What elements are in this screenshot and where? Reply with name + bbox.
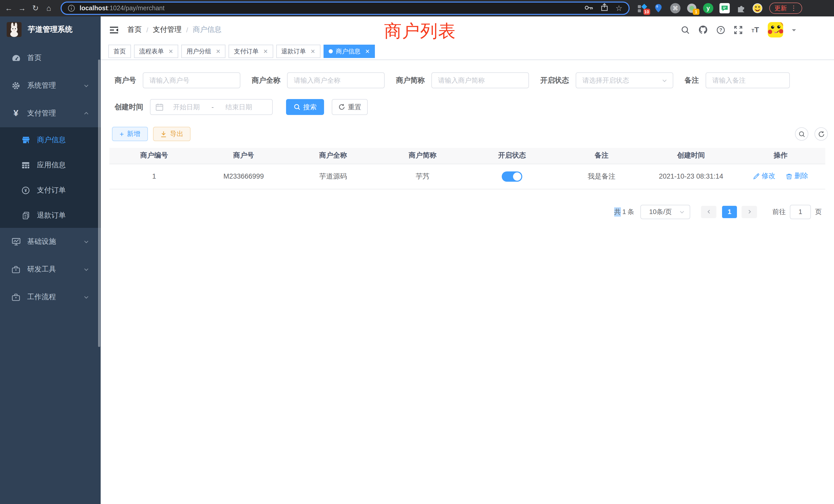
url-bar[interactable]: localhost :1024/pay/merchant ☆	[61, 2, 630, 15]
site-info-icon[interactable]	[68, 5, 75, 12]
tab-home[interactable]: 首页	[108, 45, 131, 58]
tab-pay-order[interactable]: 支付订单 ✕	[229, 45, 273, 58]
sidebar-item-label: 应用信息	[37, 160, 66, 169]
goto-page-input[interactable]	[790, 205, 811, 219]
table-row: 1 M233666999 芋道源码 芋艿 我是备注 2021-10-23 08:…	[109, 164, 825, 189]
password-key-icon[interactable]	[584, 4, 593, 13]
search-button[interactable]: 搜索	[286, 99, 324, 115]
end-date-placeholder[interactable]: 结束日期	[217, 102, 261, 112]
close-icon[interactable]: ✕	[216, 48, 220, 55]
sidebar-item-refund-order[interactable]: 退款订单	[0, 203, 101, 228]
bookmark-star-icon[interactable]: ☆	[615, 5, 622, 11]
cell-actions: 修改 删除	[736, 164, 826, 189]
tab-merchant-info[interactable]: 商户信息 ✕	[324, 45, 375, 58]
tab-user-group[interactable]: 用户分组 ✕	[181, 45, 225, 58]
extension-puzzle-icon[interactable]	[736, 3, 746, 13]
close-icon[interactable]: ✕	[263, 48, 268, 55]
sidebar-item-infra[interactable]: 基础设施	[0, 228, 101, 256]
merchant-table: 商户编号 商户号 商户全称 商户简称 开启状态 备注 创建时间 操作 1 M23…	[109, 148, 825, 189]
browser-update-button[interactable]: 更新 ⋮	[769, 3, 802, 14]
sidebar-scrollbar[interactable]	[98, 60, 100, 347]
breadcrumb-home[interactable]: 首页	[127, 25, 142, 35]
start-date-placeholder[interactable]: 开始日期	[164, 102, 208, 112]
fullscreen-icon[interactable]	[734, 25, 743, 34]
close-icon[interactable]: ✕	[310, 48, 315, 55]
main-area: 首页 / 支付管理 / 商户信息	[101, 17, 834, 504]
sidebar-item-merchant-info[interactable]: 商户信息	[0, 127, 101, 153]
extension-emoji-icon[interactable]	[752, 3, 763, 13]
browser-back-icon[interactable]: ←	[2, 1, 16, 16]
full-name-input[interactable]	[287, 72, 385, 88]
github-icon[interactable]	[699, 25, 708, 35]
breadcrumb-pay[interactable]: 支付管理	[153, 25, 181, 35]
avatar-caret-icon[interactable]	[792, 29, 796, 33]
short-name-input[interactable]	[431, 72, 529, 88]
grid-icon	[21, 161, 30, 169]
extension-proxy-icon[interactable]: 1	[687, 3, 697, 13]
dashboard-icon	[11, 54, 21, 62]
sidebar-item-home[interactable]: 首页	[0, 44, 101, 72]
sidebar-item-app-info[interactable]: 应用信息	[0, 153, 101, 178]
tab-refund-order[interactable]: 退款订单 ✕	[276, 45, 320, 58]
tab-process-form[interactable]: 流程表单 ✕	[134, 45, 178, 58]
toggle-search-button[interactable]	[795, 127, 808, 141]
pay-submenu: 商户信息 应用信息	[0, 127, 101, 228]
next-page-button[interactable]	[742, 206, 757, 218]
browser-home-icon[interactable]: ⌂	[42, 1, 56, 16]
chevron-down-icon	[661, 77, 667, 84]
pagination: 共 1 条 10条/页 1 前往 页	[109, 205, 825, 219]
status-select[interactable]: 请选择开启状态	[576, 72, 673, 88]
shop-icon	[21, 136, 30, 144]
sidebar-item-devtools[interactable]: 研发工具	[0, 256, 101, 283]
sidebar-item-pay[interactable]: ¥ 支付管理	[0, 99, 101, 127]
app-logo-row[interactable]: 芋道管理系统	[0, 17, 101, 42]
browser-forward-icon[interactable]: →	[16, 1, 29, 16]
delete-link[interactable]: 删除	[786, 172, 808, 181]
extension-pin-balloon-icon[interactable]	[654, 3, 664, 13]
status-toggle-on[interactable]	[502, 171, 522, 181]
gear-icon	[11, 81, 21, 90]
close-icon[interactable]: ✕	[169, 48, 173, 55]
export-button[interactable]: 导出	[153, 127, 191, 141]
full-name-label: 商户全称	[251, 76, 280, 85]
extension-y-icon[interactable]: y	[703, 3, 713, 13]
col-merchant-no: 商户号	[199, 148, 289, 164]
refresh-table-button[interactable]	[814, 127, 828, 141]
sidebar-item-workflow[interactable]: 工作流程	[0, 283, 101, 311]
chevron-down-icon	[83, 266, 89, 273]
chevron-down-icon	[679, 209, 685, 215]
browser-reload-icon[interactable]: ↻	[29, 1, 42, 16]
sidebar-item-label: 研发工具	[27, 265, 56, 274]
sidebar-item-label: 退款订单	[37, 211, 66, 220]
help-icon[interactable]: ?	[717, 25, 725, 34]
browser-menu-dots-icon[interactable]: ⋮	[790, 6, 797, 11]
app-logo-rabbit	[7, 22, 22, 37]
create-time-range-picker[interactable]: 开始日期 - 结束日期	[150, 99, 273, 115]
extension-pin-icon[interactable]: 10	[637, 3, 648, 13]
sidebar-menu: 首页 系统管理 ¥ 支付管理	[0, 44, 101, 311]
prev-page-button[interactable]	[701, 206, 717, 218]
user-avatar-pikachu[interactable]	[768, 22, 783, 38]
font-size-icon[interactable]: TT	[751, 26, 759, 33]
sidebar-item-label: 基础设施	[27, 237, 56, 246]
sidebar-item-label: 支付管理	[27, 109, 56, 118]
page-size-select[interactable]: 10条/页	[640, 205, 690, 219]
extension-command-icon[interactable]: ⌘	[670, 3, 680, 13]
share-icon[interactable]	[600, 3, 608, 13]
col-full-name: 商户全称	[288, 148, 378, 164]
col-create-time: 创建时间	[646, 148, 736, 164]
edit-link[interactable]: 修改	[753, 172, 775, 181]
page-number-1[interactable]: 1	[722, 206, 737, 218]
reset-button[interactable]: 重置	[332, 99, 368, 115]
close-icon[interactable]: ✕	[365, 48, 370, 55]
sidebar-collapse-icon[interactable]	[109, 26, 118, 33]
add-button[interactable]: + 新增	[112, 127, 148, 141]
sidebar-item-pay-order[interactable]: ¥ 支付订单	[0, 178, 101, 203]
merchant-no-input[interactable]	[143, 72, 240, 88]
remark-input[interactable]	[706, 72, 790, 88]
extension-chat-icon[interactable]	[720, 3, 730, 13]
sidebar-item-label: 支付订单	[37, 186, 66, 195]
sidebar-item-system[interactable]: 系统管理	[0, 72, 101, 99]
search-icon[interactable]	[681, 25, 690, 34]
app-title: 芋道管理系统	[28, 24, 72, 34]
